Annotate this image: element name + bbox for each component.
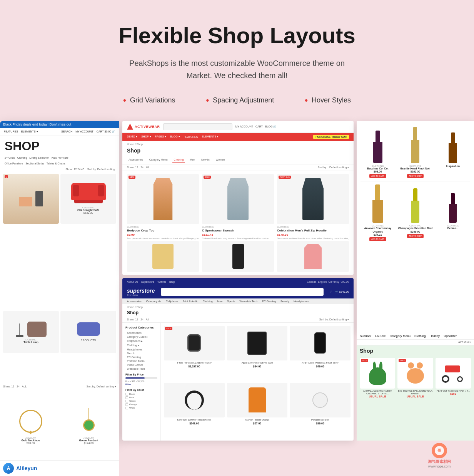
ss-price-filter-title: Filter By Price [125,373,157,376]
aw-products-row2 [122,241,354,275]
bullet-2: • [206,96,209,106]
furniture-nav-cart: CART $0.00 🛒 [97,130,115,133]
ss-product-2: Apple 12.9-inch iPad Pro 2020 $34.00 [227,326,288,380]
hero-title: Flexible Shop Layouts [8,23,466,48]
watermark-url: www.tgge.com [428,464,451,468]
ss-shop-title: Shop [122,310,354,317]
ss-product-cats-title: Product Categories [125,326,157,329]
feature-spacing: • Spacing Adjustment [206,96,274,106]
furniture-top-bar: Black Friday deals end today! Don't miss… [0,121,119,128]
wine-products-row1: CLOTHING Bacchus Col Co. $68.00 ADD TO C… [361,125,470,178]
ss-search-box[interactable] [161,288,323,296]
ss-color-filter-title: Filter By Color [125,389,157,391]
alileyun-icon: A [3,463,14,474]
ss-wishlist-icon: ♡ [330,290,332,293]
toy-shop-screenshot: Summer La Sale Category Menu Clothing Ho… [357,333,474,441]
aw-header: ACTIVEWEAR MY ACCOUNT CART BLOG 🛒 [122,121,354,133]
hero-section: Flexible Shop Layouts PeakShops is the m… [0,0,474,121]
aw-product-6 [277,241,349,272]
ss-content: Product Categories Accessories Category … [122,323,354,441]
furniture-sort: Show: 12 24 40 Sort by: Default sorting [0,166,119,172]
furniture-product-1: ● [3,174,59,224]
toy-product-1: SALE ANIMAL JULIETTE RABBIT ORGANIC STUF… [360,358,395,438]
hero-subtitle: PeakShops is the most customizable WooCo… [118,57,356,82]
aw-products-row1: NEW CLOTHING Bodycon Crop Top $9.00 Two … [122,171,354,241]
aw-logo-text: ACTIVEWEAR [135,125,160,129]
furniture-product-4: PRODUCTS [60,311,116,353]
furniture-categories: 2+ Grids Clothing Dining & Kitchen Kids … [0,155,119,161]
bullet-1: • [123,96,126,106]
toy-nav: Summer La Sale Category Menu Clothing Ho… [357,333,474,340]
aw-nav-links: MY ACCOUNT CART BLOG 🛒 [235,125,277,128]
feature-grid-variations: • Grid Variations [123,96,175,106]
furniture-product-2: CLOTHING Clik 3+night Sofa $622.30 [60,174,116,224]
ss-products: SALE iFitarc FR Vision & Activity Traine… [161,323,354,441]
toy-sort: ALT Mini ▾ [357,340,474,345]
aw-logo: ACTIVEWEAR [127,124,160,130]
toy-shop-title: Shop [357,345,474,355]
toy-products: SALE ANIMAL JULIETTE RABBIT ORGANIC STUF… [357,355,474,441]
ss-product-3: AT&T Apple iPhone SE 64GB Silver $49.00 [290,326,350,380]
jewelry-product-1: ◆ JEWELRY Gold Necklace $89.00 [3,393,58,457]
wine-product-4: CLOTHING Anvover Chardonnay Organic $34.… [361,184,395,241]
center-screenshots: ACTIVEWEAR MY ACCOUNT CART BLOG 🛒 DEMO ▾… [122,121,354,441]
furniture-nav-account: MY ACCOUNT [75,130,93,133]
toy-product-3: PERFECT FASHION PINK + T... $352 [436,358,471,438]
wine-product-3: Inspiration [436,125,470,178]
feature-label-3: Hover Styles [312,96,351,104]
aw-product-5 [202,241,274,272]
feature-hover: • Hover Styles [305,96,351,106]
aw-shop-title: Shop [122,147,354,156]
bullet-3: • [305,96,308,106]
jewelry-products: ◆ JEWELRY Gold Necklace $89.00 JEWELRY G… [0,390,119,460]
features-list: • Grid Variations • Spacing Adjustment •… [8,96,466,106]
furniture-nav: FEATURES ELEMENTS ▾ SEARCH MY ACCOUNT CA… [0,128,119,136]
aw-product-1: NEW CLOTHING Bodycon Crop Top $9.00 Two … [127,174,199,241]
jewelry-shop-screenshot: Show: 12 24 ALL Sort by: Default sorting… [0,384,119,476]
ss-product-4: Sony WH-1000XM4 Headphones $248.00 [164,383,225,437]
feature-label-1: Grid Variations [130,96,175,104]
furniture-nav-search: SEARCH [61,130,72,133]
ss-price-filter: Filter By Price From $21 - $1,500 Filter [125,373,157,385]
feature-label-2: Spacing Adjustment [213,96,274,104]
furniture-shop-title: SHOP [0,136,119,155]
aw-search-box[interactable] [163,123,232,130]
ss-product-1: SALE iFitarc FR Vision & Activity Traine… [164,326,225,380]
ss-view-options: Show: 12 24 All Sort by: Default sorting… [122,317,354,323]
aw-view-options: Show: 12 24 48 Sort by: Default sorting … [122,164,354,171]
aw-product-4 [127,241,199,272]
aw-cta[interactable]: PURCHASE TODAY $99! [313,135,349,139]
ss-logo-bar: superstore Everything ♡ 🛒 $649.00 [122,285,354,298]
aw-filter-bar: Accessories Category Menu Clothing Men N… [122,156,354,164]
ss-logo-text: superstore [127,288,155,294]
ss-cat-nav: Accessories Category ids Cellphone Print… [122,298,354,304]
aw-red-nav: DEMO ▾ SHOP ▾ PAGES ▾ BLOG ▾ FEATURES EL… [122,133,354,141]
wine-products-row2: CLOTHING Anvover Chardonnay Organic $34.… [361,184,470,241]
wine-shop-screenshot: CLOTHING Bacchus Col Co. $68.00 ADD TO C… [357,121,474,333]
right-screenshots: CLOTHING Bacchus Col Co. $68.00 ADD TO C… [357,121,474,441]
furniture-nav-elements: ELEMENTS ▾ [21,130,38,133]
alileyun-logo: A Alileyun [0,460,119,476]
jewelry-sort: Show: 12 24 ALL Sort by: Default sorting… [0,384,119,390]
furniture-categories-2: Office Furniture Sectional Sofas Tables … [0,161,119,166]
ss-product-6: Portable Speaker $89.00 [290,383,350,437]
ss-color-filter: Filter By Color Black Blue Green Orange … [125,389,157,409]
ss-top-nav: About Us Superstore 4Offres Blog [127,280,175,283]
ss-breadcrumb: Home / Shop [122,304,354,310]
aw-product-3: CLOTHING CLOTHING Celebration Men's Full… [277,174,349,241]
watermark: 哥 淘气哥素材网 www.tgge.com [428,443,451,468]
wine-product-2: CLOTHING Granite Head Pinot Noir $162.50… [398,125,433,178]
superstore-shop-screenshot: About Us Superstore 4Offres Blog Canada … [122,278,354,441]
jewelry-product-2: JEWELRY Green Pendant $124.00 [61,393,116,457]
ss-product-5: Fashion Hoodie Orange $67.00 [227,383,288,437]
ss-header: About Us Superstore 4Offres Blog Canada … [122,278,354,285]
activewear-shop-screenshot: ACTIVEWEAR MY ACCOUNT CART BLOG 🛒 DEMO ▾… [122,121,354,275]
furniture-product-3: LIGHTING Table Lamp [3,311,59,353]
ss-icons: ♡ 🛒 $649.00 [330,290,349,293]
ss-sidebar: Product Categories Accessories Category … [122,323,161,441]
watermark-icon: 哥 [432,443,447,458]
watermark-site: 淘气哥素材网 [428,459,451,464]
alileyun-text: Alileyun [16,465,37,471]
wine-product-1: CLOTHING Bacchus Col Co. $68.00 ADD TO C… [361,125,395,178]
toy-product-2: SALE BIG BOUNCE BALL MONOTOLA RABBIT USU… [397,358,433,438]
